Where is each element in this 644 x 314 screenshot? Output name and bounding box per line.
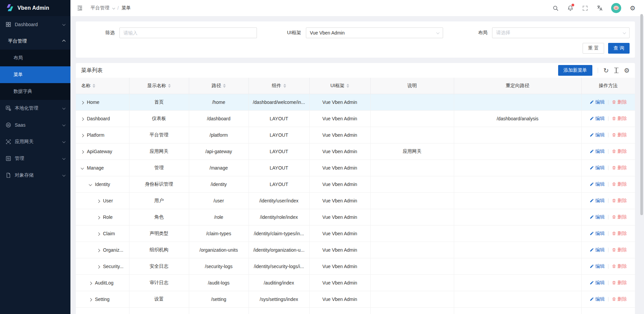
- sidebar-item-layout[interactable]: 布局: [0, 50, 70, 66]
- sidebar-item-dashboard[interactable]: Dashboard: [0, 16, 70, 33]
- edit-button[interactable]: 编辑: [590, 231, 605, 237]
- sort-caret-icon[interactable]: [93, 84, 95, 88]
- table-row: [76, 307, 635, 314]
- table-row[interactable]: Home首页/home/dashboard/welcome/in...Vue V…: [76, 94, 635, 110]
- column-header[interactable]: 显示名称: [129, 78, 189, 94]
- expand-row-chevron-icon[interactable]: [97, 232, 100, 236]
- edit-button[interactable]: 编辑: [590, 296, 605, 302]
- expand-row-chevron-icon[interactable]: [81, 101, 84, 104]
- delete-button[interactable]: 删除: [612, 116, 627, 122]
- delete-button[interactable]: 删除: [612, 231, 627, 237]
- edit-button[interactable]: 编辑: [590, 165, 605, 171]
- delete-button[interactable]: 删除: [612, 181, 627, 187]
- action-divider: [608, 182, 608, 187]
- expand-row-chevron-icon[interactable]: [97, 249, 100, 252]
- column-header[interactable]: 组件: [249, 78, 309, 94]
- table-row[interactable]: AuditLog审计日志/audit-logs/auditing/indexVu…: [76, 274, 635, 291]
- expand-row-chevron-icon[interactable]: [81, 117, 84, 121]
- table-cell: [454, 274, 581, 291]
- expand-row-chevron-icon[interactable]: [81, 150, 84, 153]
- delete-button[interactable]: 删除: [612, 214, 627, 220]
- page-scrollbar[interactable]: [640, 14, 643, 215]
- chevron-down-icon: [62, 140, 66, 143]
- sort-caret-icon[interactable]: [283, 84, 286, 88]
- add-menu-button[interactable]: 添加新菜单: [558, 65, 592, 76]
- table-row[interactable]: Platform平台管理/platformLAYOUTVue Vben Admi…: [76, 127, 635, 143]
- table-settings-gear-icon[interactable]: ⚙: [624, 67, 630, 74]
- expand-row-chevron-icon[interactable]: [97, 265, 100, 268]
- column-header: 重定向路径: [454, 78, 581, 94]
- column-header[interactable]: 名称: [76, 78, 129, 94]
- edit-button[interactable]: 编辑: [590, 148, 605, 154]
- sidebar-item-label: 本地化管理: [15, 105, 38, 111]
- translate-icon[interactable]: [596, 5, 603, 11]
- table-row[interactable]: User用户/user/identity/user/indexVue Vben …: [76, 192, 635, 209]
- collapse-row-chevron-icon[interactable]: [81, 166, 84, 170]
- delete-button[interactable]: 删除: [612, 263, 627, 269]
- sort-caret-icon[interactable]: [168, 84, 171, 88]
- delete-button[interactable]: 删除: [612, 132, 627, 138]
- sidebar-item-saas[interactable]: Saas: [0, 117, 70, 133]
- table-row[interactable]: Claim声明类型/claim-types/identity/claim-typ…: [76, 225, 635, 242]
- sort-caret-icon[interactable]: [223, 84, 226, 88]
- collapse-sidebar-icon[interactable]: [76, 5, 83, 11]
- collapse-row-chevron-icon[interactable]: [89, 183, 92, 186]
- table-row[interactable]: Manage管理/manageLAYOUTVue Vben Admin编辑删除: [76, 160, 635, 176]
- refresh-icon[interactable]: ↻: [603, 67, 609, 74]
- sort-caret-icon[interactable]: [346, 84, 349, 88]
- table-row[interactable]: Dashboard仪表板/dashboardLAYOUTVue Vben Adm…: [76, 110, 635, 127]
- edit-button[interactable]: 编辑: [590, 99, 605, 105]
- edit-button[interactable]: 编辑: [590, 263, 605, 269]
- row-height-icon[interactable]: [614, 68, 619, 73]
- search-icon[interactable]: [552, 5, 559, 11]
- column-header[interactable]: UI框架: [309, 78, 370, 94]
- sidebar-item-menu[interactable]: 菜单: [0, 66, 70, 83]
- expand-row-chevron-icon[interactable]: [89, 298, 92, 301]
- search-button[interactable]: 查 询: [608, 43, 630, 54]
- sidebar-item-label: 管理: [15, 155, 24, 162]
- notification-bell-icon[interactable]: [567, 5, 574, 11]
- settings-gear-icon[interactable]: ⚙: [629, 5, 636, 11]
- sidebar-item-manage[interactable]: 管理: [0, 150, 70, 167]
- expand-row-chevron-icon[interactable]: [89, 281, 92, 285]
- edit-button[interactable]: 编辑: [590, 214, 605, 220]
- table-row[interactable]: ApiGateway应用网关/api-gatewayLAYOUTVue Vben…: [76, 143, 635, 160]
- column-header[interactable]: 路径: [189, 78, 249, 94]
- table-row[interactable]: Identity身份标识管理/identityLAYOUTVue Vben Ad…: [76, 176, 635, 192]
- chevron-down-icon: [62, 156, 66, 160]
- sidebar-item-platform-management[interactable]: 平台管理: [0, 33, 70, 50]
- table-row[interactable]: Organiz...组织机构/organization-units/identi…: [76, 242, 635, 258]
- edit-button[interactable]: 编辑: [590, 116, 605, 122]
- fullscreen-icon[interactable]: [582, 5, 588, 11]
- sidebar-item-data-dictionary[interactable]: 数据字典: [0, 83, 70, 100]
- edit-button[interactable]: 编辑: [590, 181, 605, 187]
- edit-button[interactable]: 编辑: [590, 198, 605, 204]
- expand-row-chevron-icon[interactable]: [81, 134, 84, 137]
- delete-button[interactable]: 删除: [612, 280, 627, 286]
- delete-button[interactable]: 删除: [612, 198, 627, 204]
- table-row[interactable]: Security...安全日志/security-logs/identity/s…: [76, 258, 635, 274]
- breadcrumb-item[interactable]: 平台管理: [91, 5, 109, 11]
- expand-row-chevron-icon[interactable]: [97, 216, 100, 219]
- table-row[interactable]: Role角色/role/identity/role/indexVue Vben …: [76, 209, 635, 225]
- layout-select[interactable]: 请选择: [492, 27, 630, 38]
- reset-button[interactable]: 重 置: [583, 43, 604, 54]
- sidebar-item-localization[interactable]: 本地化管理: [0, 100, 70, 117]
- edit-button[interactable]: 编辑: [590, 132, 605, 138]
- delete-button[interactable]: 删除: [612, 165, 627, 171]
- edit-button[interactable]: 编辑: [590, 247, 605, 253]
- filter-input[interactable]: [123, 30, 253, 36]
- delete-button[interactable]: 删除: [612, 99, 627, 105]
- expand-row-chevron-icon[interactable]: [97, 199, 100, 203]
- user-avatar[interactable]: [611, 3, 621, 13]
- sidebar-item-object-storage[interactable]: 对象存储: [0, 167, 70, 184]
- delete-button[interactable]: 删除: [612, 247, 627, 253]
- delete-button[interactable]: 删除: [612, 296, 627, 302]
- table-row[interactable]: Setting设置/setting/sys/settings/indexVue …: [76, 291, 635, 307]
- ui-framework-select[interactable]: Vue Vben Admin: [306, 27, 443, 38]
- edit-button[interactable]: 编辑: [590, 280, 605, 286]
- sidebar-item-label: Saas: [15, 122, 25, 128]
- delete-button[interactable]: 删除: [612, 148, 627, 154]
- sidebar-item-api-gateway[interactable]: 应用网关: [0, 133, 70, 150]
- app-logo[interactable]: Vben Admin: [0, 0, 70, 16]
